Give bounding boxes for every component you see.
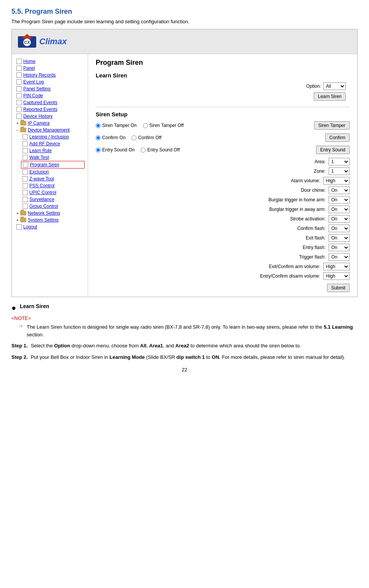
sidebar-item-group-control[interactable]: Group Control xyxy=(21,203,85,210)
siren-tamper-row: Siren Tamper On Siren Tamper Off Siren T… xyxy=(96,121,350,130)
sidebar-item-upic[interactable]: UPIC Control xyxy=(21,189,85,196)
area-select[interactable]: 1 2 xyxy=(329,158,350,165)
entry-sound-off-option[interactable]: Entry Sound Off xyxy=(141,147,180,153)
entry-sound-off-radio[interactable] xyxy=(141,148,146,153)
siren-tamper-on-label: Siren Tamper On xyxy=(102,123,137,128)
learn-siren-bullet-section: ● Learn Siren xyxy=(11,303,358,312)
burglar-home-label: Burglar trigger in home arm: xyxy=(249,197,326,202)
sidebar-item-history-records[interactable]: History Records xyxy=(15,72,85,79)
strobe-label: Strobe activation: xyxy=(249,216,326,222)
siren-tamper-off-radio[interactable] xyxy=(143,123,148,128)
entry-confirm-volume-select[interactable]: High Medium Low xyxy=(323,272,350,280)
siren-tamper-options: Siren Tamper On Siren Tamper Off xyxy=(96,123,184,128)
option-label: Option: xyxy=(306,84,321,89)
alarm-volume-select[interactable]: High Medium Low xyxy=(323,177,350,185)
confirm-on-label: Confirm On xyxy=(102,135,125,140)
confirm-flash-select[interactable]: On Off xyxy=(329,225,350,232)
zone-select[interactable]: 1 2 3 4 xyxy=(329,167,350,175)
sidebar-item-program-siren[interactable]: Program Siren xyxy=(21,161,85,169)
step-2-label: Step 2. xyxy=(11,353,28,361)
confirm-options: Confirm On Confirm Off xyxy=(96,135,161,140)
folder-icon xyxy=(20,128,26,132)
exit-flash-row: Exit flash: On Off xyxy=(96,234,350,242)
confirm-off-radio[interactable] xyxy=(132,135,136,140)
sidebar-item-device-management[interactable]: − Device Management xyxy=(15,127,85,133)
sidebar-item-exclusion[interactable]: Exclusion xyxy=(21,169,85,175)
section-title: 5.5. Program Siren xyxy=(11,8,358,16)
option-row: Option: All Area1 Area2 xyxy=(306,82,346,90)
entry-sound-on-radio[interactable] xyxy=(96,148,101,153)
sidebar-item-system-setting[interactable]: + System Setting xyxy=(15,217,85,223)
step-1-row: Step 1. Select the Option drop-down menu… xyxy=(11,342,358,350)
climax-logo-text: Climax xyxy=(39,37,67,47)
sidebar-item-home[interactable]: Home xyxy=(15,58,85,65)
trigger-flash-select[interactable]: On Off xyxy=(329,253,350,261)
confirm-on-option[interactable]: Confirm On xyxy=(96,135,125,140)
burglar-home-select[interactable]: On Off xyxy=(329,196,350,204)
screenshot-box: CX Climax Home Panel History Records Eve… xyxy=(11,29,358,297)
entry-flash-select[interactable]: On Off xyxy=(329,244,350,251)
sidebar-item-panel-setting[interactable]: Panel Setting xyxy=(15,85,85,92)
svg-text:CX: CX xyxy=(24,40,30,45)
entry-sound-button[interactable]: Entry Sound xyxy=(316,146,350,154)
sidebar-item-walk-test[interactable]: Walk Test xyxy=(21,154,85,161)
confirm-flash-label: Confirm flash: xyxy=(249,226,326,231)
step-2-row: Step 2. Put your Bell Box or Indoor Sire… xyxy=(11,353,358,361)
burglar-away-select[interactable]: On Off xyxy=(329,206,350,213)
siren-tamper-off-option[interactable]: Siren Tamper Off xyxy=(143,123,184,128)
entry-confirm-volume-row: Entry/Confirm disarm volume: High Medium… xyxy=(96,272,350,280)
intro-text: The Program Siren page include siren lea… xyxy=(11,19,358,24)
page-icon xyxy=(22,197,28,202)
sidebar-item-learning[interactable]: Learning / Inclusion xyxy=(21,133,85,140)
sidebar-item-logout[interactable]: Logout xyxy=(15,223,85,230)
confirm-button[interactable]: Confirm xyxy=(325,133,350,142)
sidebar-item-add-rf[interactable]: Add RF Device xyxy=(21,140,85,147)
sidebar-item-device-history[interactable]: Device History xyxy=(15,113,85,120)
exit-confirm-volume-select[interactable]: High Medium Low xyxy=(323,263,350,270)
submit-button[interactable]: Submit xyxy=(327,284,350,292)
screenshot-header: CX Climax xyxy=(12,29,357,54)
step-2-text: Put your Bell Box or Indoor Siren in Lea… xyxy=(31,353,358,361)
page-icon xyxy=(23,162,28,167)
page-icon xyxy=(22,204,28,209)
folder-icon xyxy=(20,211,26,215)
sidebar-item-ip-camera[interactable]: + IP Camera xyxy=(15,120,85,127)
siren-tamper-on-option[interactable]: Siren Tamper On xyxy=(96,123,137,128)
trigger-flash-row: Trigger flash: On Off xyxy=(96,253,350,261)
strobe-select[interactable]: On Off xyxy=(329,215,350,223)
sidebar-item-z-wave[interactable]: Z-wave Tool xyxy=(21,175,85,182)
sidebar-item-surveillance[interactable]: Surveillance xyxy=(21,196,85,203)
burglar-home-row: Burglar trigger in home arm: On Off xyxy=(96,196,350,204)
zone-row: Zone: 1 2 3 4 xyxy=(96,167,350,175)
option-select[interactable]: All Area1 Area2 xyxy=(323,82,346,90)
entry-sound-on-option[interactable]: Entry Sound On xyxy=(96,147,135,153)
submit-row: Submit xyxy=(96,284,350,292)
confirm-on-radio[interactable] xyxy=(96,135,101,140)
note-text: The Learn Siren function is designed for… xyxy=(27,323,358,338)
sidebar-item-pin-code[interactable]: PIN Code xyxy=(15,92,85,99)
page-icon xyxy=(22,183,28,188)
siren-tamper-on-radio[interactable] xyxy=(96,123,101,128)
door-chime-select[interactable]: On Off xyxy=(329,186,350,194)
strobe-row: Strobe activation: On Off xyxy=(96,215,350,223)
folder-icon xyxy=(20,121,26,125)
confirm-row: Confirm On Confirm Off Confirm xyxy=(96,133,350,142)
learn-siren-heading: Learn Siren xyxy=(96,72,350,79)
sidebar-item-panel[interactable]: Panel xyxy=(15,65,85,72)
entry-flash-row: Entry flash: On Off xyxy=(96,244,350,251)
sidebar-item-pss[interactable]: PSS Control xyxy=(21,182,85,189)
sidebar-item-learn-rule[interactable]: Learn Rule xyxy=(21,147,85,154)
confirm-off-option[interactable]: Confirm Off xyxy=(132,135,161,140)
siren-tamper-button[interactable]: Siren Tamper xyxy=(314,121,350,130)
expand-icon: − xyxy=(16,128,19,132)
expand-icon: + xyxy=(16,121,19,125)
exit-flash-select[interactable]: On Off xyxy=(329,234,350,242)
settings-table: Area: 1 2 Zone: 1 2 3 4 Alar xyxy=(96,158,350,280)
sidebar-item-captured-events[interactable]: Captured Events xyxy=(15,99,85,106)
learn-siren-button[interactable]: Learn Siren xyxy=(314,92,346,101)
sidebar-item-network-setting[interactable]: + Network Setting xyxy=(15,210,85,217)
device-management-subitems: Learning / Inclusion Add RF Device Learn… xyxy=(15,133,85,210)
step-1-section: Step 1. Select the Option drop-down menu… xyxy=(11,342,358,350)
sidebar-item-reported-events[interactable]: Reported Events xyxy=(15,106,85,113)
sidebar-item-event-log[interactable]: Event Log xyxy=(15,79,85,85)
